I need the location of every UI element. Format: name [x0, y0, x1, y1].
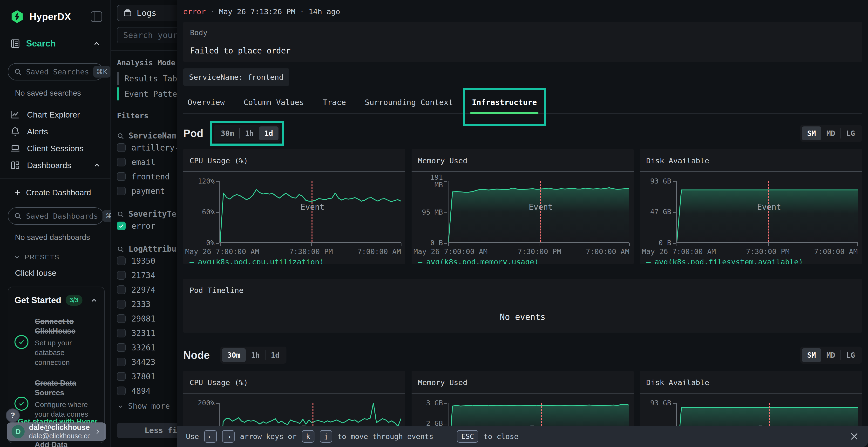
filter-checkbox-37801[interactable]: 37801 [117, 369, 177, 384]
less-filters-button[interactable]: Less filters [117, 423, 177, 438]
close-icon[interactable] [849, 431, 859, 442]
y-axis-labels: 200%100% [183, 403, 219, 426]
checkbox-icon[interactable] [117, 256, 126, 265]
filter-checkbox-2333[interactable]: 2333 [117, 297, 177, 311]
pod-size-lg[interactable]: LG [841, 127, 860, 140]
node-range-1h[interactable]: 1h [246, 348, 265, 362]
shortcut-badge: ⌘K [93, 66, 111, 77]
filter-checkbox-error[interactable]: error [117, 219, 177, 233]
filter-checkbox-21734[interactable]: 21734 [117, 268, 177, 282]
hyperdx-logo-icon [10, 10, 24, 24]
checkbox-icon[interactable] [117, 343, 126, 352]
node-range-1d[interactable]: 1d [266, 348, 285, 362]
sidebar-item-search[interactable]: Search [0, 24, 111, 56]
filter-checkbox-22974[interactable]: 22974 [117, 282, 177, 297]
x-axis-label: May 26 7:00:00 AM [642, 247, 716, 256]
analysis-mode-results-table[interactable]: Results Table [117, 71, 177, 86]
j-key[interactable]: j [320, 430, 332, 443]
sidebar-item-dashboards[interactable]: Dashboards [0, 157, 111, 174]
checkbox-icon[interactable] [117, 158, 126, 166]
saved-searches-input[interactable]: Saved Searches ⌘K [8, 63, 104, 80]
legend-text: avg(k8s.pod.cpu.utilization) [198, 257, 324, 264]
checkbox-icon[interactable] [117, 187, 126, 195]
filter-checkbox-19350[interactable]: 19350 [117, 253, 177, 268]
mode-indicator [117, 72, 119, 85]
service-name-chip[interactable]: ServiceName: frontend [183, 68, 289, 86]
source-selector-button[interactable]: Logs [117, 5, 177, 21]
filter-checkbox-33261[interactable]: 33261 [117, 340, 177, 355]
checkbox-icon[interactable] [117, 285, 126, 294]
chart-card-node-cpu: CPU Usage (%)200%100%Event [183, 371, 405, 426]
pod-range-1d[interactable]: 1d [259, 127, 278, 140]
get-started-header[interactable]: Get Started 3/3 [14, 295, 98, 306]
tab-overview[interactable]: Overview [186, 94, 226, 113]
detail-tabs: OverviewColumn ValuesTraceSurrounding Co… [183, 94, 862, 114]
avatar: D [11, 425, 25, 438]
node-range-30m[interactable]: 30m [222, 348, 246, 362]
arrow-left-key[interactable]: ← [204, 430, 217, 443]
pod-range-1h[interactable]: 1h [240, 127, 259, 140]
event-detail-scroll[interactable]: error · May 26 7:13:26 PM · 14h ago Body… [177, 0, 868, 426]
check-circle-icon [14, 397, 28, 411]
pod-range-30m[interactable]: 30m [216, 127, 239, 140]
arrow-right-key[interactable]: → [222, 430, 235, 443]
saved-dashboards-input[interactable]: Saved Dashboards ⌘K [8, 207, 104, 225]
checkbox-icon[interactable] [117, 358, 126, 366]
chart-title: CPU Usage (%) [183, 149, 405, 171]
filter-checkbox-29081[interactable]: 29081 [117, 311, 177, 326]
filter-checkbox-payment[interactable]: payment [117, 184, 177, 198]
checkbox-icon[interactable] [117, 372, 126, 381]
sidebar-item-chart-explorer[interactable]: Chart Explorer [0, 106, 111, 123]
filter-checkbox-email[interactable]: email [117, 155, 177, 169]
tab-column-values[interactable]: Column Values [242, 94, 305, 113]
node-size-md[interactable]: MD [821, 348, 840, 362]
search-icon[interactable] [117, 245, 124, 253]
tab-infrastructure[interactable]: Infrastructure [470, 94, 538, 113]
node-size-lg[interactable]: LG [841, 348, 860, 362]
node-size-sm[interactable]: SM [802, 348, 821, 362]
get-started-step-add-data[interactable]: Add DataStart sending logs, metrics, or … [14, 440, 98, 447]
checkbox-icon[interactable] [117, 271, 126, 280]
checkbox-icon[interactable] [117, 314, 126, 323]
filter-checkbox-32311[interactable]: 32311 [117, 326, 177, 340]
sidebar-collapse-icon[interactable] [91, 11, 102, 22]
y-axis-label: 0 B [659, 239, 671, 247]
checkbox-icon[interactable] [117, 329, 126, 337]
k-key[interactable]: k [302, 430, 314, 443]
help-button[interactable]: ? [6, 409, 20, 422]
sidebar-item-alerts[interactable]: Alerts [0, 123, 111, 140]
filter-checkbox-artillery-loa[interactable]: artillery-loa [117, 140, 177, 155]
presets-toggle[interactable]: PRESETS [0, 242, 111, 261]
y-axis-labels: 93 GB47 GB [640, 403, 676, 426]
filter-checkbox-4894[interactable]: 4894 [117, 384, 177, 398]
preset-clickhouse[interactable]: ClickHouse [0, 261, 111, 278]
chevron-up-icon[interactable] [90, 297, 98, 304]
search-icon[interactable] [117, 132, 124, 139]
pod-size-md[interactable]: MD [821, 127, 840, 140]
sidebar-item-client-sessions[interactable]: Client Sessions [0, 140, 111, 157]
tab-trace[interactable]: Trace [321, 94, 347, 113]
pod-range-group: 30m1h1d [214, 125, 280, 142]
checkbox-icon[interactable] [117, 172, 126, 181]
checkbox-icon[interactable] [117, 386, 126, 395]
x-axis-label: 7:30:00 PM [289, 247, 333, 256]
chevron-up-icon[interactable] [93, 39, 101, 48]
esc-key[interactable]: ESC [457, 430, 478, 443]
filter-checkbox-frontend[interactable]: frontend [117, 169, 177, 184]
show-more-button[interactable]: Show more [117, 402, 177, 411]
checkbox-checked-icon[interactable] [117, 221, 126, 230]
create-dashboard-button[interactable]: Create Dashboard [0, 179, 111, 197]
checkbox-icon[interactable] [117, 300, 126, 309]
step-title: Connect to ClickHouse [35, 317, 98, 336]
tab-surrounding-context[interactable]: Surrounding Context [363, 94, 455, 113]
filter-checkbox-34423[interactable]: 34423 [117, 355, 177, 369]
y-axis-label: 2 GB [426, 420, 443, 426]
checkbox-icon[interactable] [117, 143, 126, 152]
user-menu[interactable]: D dale@clickhouse.com dale@clickhouse.co… [7, 422, 106, 441]
analysis-mode-event-patterns[interactable]: Event Patterns [117, 86, 177, 102]
search-icon[interactable] [117, 210, 124, 218]
event-search-input[interactable]: Search your events [117, 27, 177, 43]
get-started-step-connect-to-clickhouse[interactable]: Connect to ClickHouseSet up your databas… [14, 317, 98, 367]
pod-size-sm[interactable]: SM [802, 127, 821, 140]
event-header: error · May 26 7:13:26 PM · 14h ago [183, 0, 862, 16]
